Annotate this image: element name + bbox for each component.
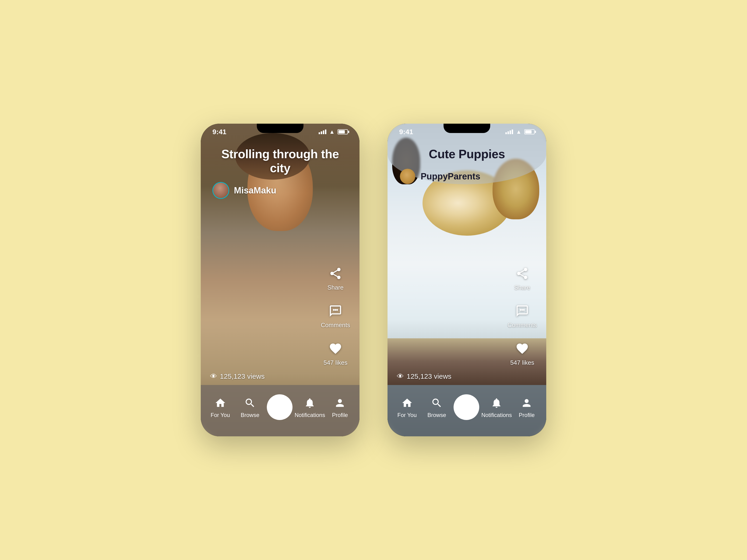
phone2-time: 9:41 [399,128,413,136]
phone2-likes-button[interactable]: 547 likes [510,341,534,366]
phone2-avatar-container[interactable] [399,168,416,185]
phone1-view-count: 👁 125,123 views [210,372,350,380]
camera-button[interactable] [267,394,292,420]
phone2-notch [443,124,490,133]
home-icon [213,396,227,410]
search-icon [243,396,257,410]
phone2-comments-button[interactable]: Comments [508,303,537,329]
phone1-time: 9:41 [212,128,227,136]
phone2-share-icon [514,265,531,282]
phone2-action-buttons: Share Comments [508,265,537,366]
phone2-share-label: Share [514,284,530,291]
phone2-heart-icon [514,341,531,357]
phone1-username: MisaMaku [234,186,276,195]
phone2-video-info: Cute Puppies PuppyParents [387,147,546,185]
phone2-profile-label: Profile [519,412,535,418]
svg-point-1 [335,309,336,311]
phone1-share-button[interactable]: Share [327,265,344,291]
phone2-profile-icon [520,396,534,410]
phone1-video-title: Strolling through the city [210,147,350,175]
phone1-status-icons: ▲ [319,129,348,135]
phone1-views-text: 125,123 views [220,372,265,380]
phone2-notifications-label: Notifications [481,412,512,418]
phone2-bottom-nav: For You Browse Notifications [387,385,546,436]
phone2-share-button[interactable]: Share [514,265,531,291]
heart-icon [327,341,344,357]
phone2-nav-camera[interactable] [452,394,481,420]
signal-icon [319,130,326,134]
phone1-nav-foryou[interactable]: For You [205,396,235,418]
phone1-foryou-label: For You [211,412,230,418]
phone1-action-buttons: Share Comments [321,265,350,366]
bell-icon [303,396,317,410]
phone2-nav-profile[interactable]: Profile [512,396,542,418]
phone1-nav-profile[interactable]: Profile [325,396,355,418]
phone1-video-info: Strolling through the city MisaMaku [201,147,360,199]
phone1-nav-camera[interactable] [265,394,294,420]
phone1-browse-label: Browse [241,412,259,418]
phone1-notch [257,124,304,133]
phone1-avatar-container[interactable] [212,182,229,199]
svg-point-3 [520,309,521,311]
phone2-nav-notifications[interactable]: Notifications [481,396,512,418]
phone2-home-icon [400,396,414,410]
phone2-eye-icon: 👁 [397,372,404,380]
phone1-notifications-label: Notifications [294,412,325,418]
phone-1: 9:41 ▲ Strolling through the city [201,124,360,436]
phone2-foryou-label: For You [397,412,417,418]
phone1-nav-notifications[interactable]: Notifications [294,396,325,418]
phone1-avatar [213,183,229,198]
svg-point-2 [336,309,338,311]
svg-point-0 [333,309,335,311]
profile-icon [333,396,347,410]
phone2-video-title: Cute Puppies [397,147,537,161]
phone2-comments-icon [514,303,531,319]
phone2-battery-icon [524,129,535,134]
phone2-signal-icon [506,130,513,134]
phone2-avatar [400,169,415,184]
share-icon [327,265,344,282]
phone1-comments-button[interactable]: Comments [321,303,350,329]
eye-icon: 👁 [210,372,217,380]
phone1-comments-label: Comments [321,322,350,329]
phone2-comments-label: Comments [508,322,537,329]
phone2-nav-foryou[interactable]: For You [392,396,422,418]
wifi-icon: ▲ [329,129,335,135]
phone1-share-label: Share [327,284,343,291]
battery-icon [338,129,348,134]
phone2-wifi-icon: ▲ [516,129,521,135]
phone2-status-icons: ▲ [506,129,535,135]
phone-1-screen: 9:41 ▲ Strolling through the city [201,124,360,436]
phone1-profile-label: Profile [332,412,348,418]
svg-point-5 [523,309,525,311]
phone2-bell-icon [490,396,504,410]
phone2-views-text: 125,123 views [407,372,452,380]
phone1-nav-browse[interactable]: Browse [235,396,265,418]
comments-icon [327,303,344,319]
phone2-likes-count: 547 likes [510,359,534,366]
phone1-likes-button[interactable]: 547 likes [324,341,347,366]
phone1-bottom-nav: For You Browse Notifications [201,385,360,436]
phone-2-screen: 9:41 ▲ Cute Puppies P [387,124,546,436]
phone2-browse-label: Browse [428,412,446,418]
svg-point-4 [521,309,523,311]
phone2-username: PuppyParents [421,171,481,182]
phone1-user-row[interactable]: MisaMaku [210,182,350,199]
phone-2: 9:41 ▲ Cute Puppies P [387,124,546,436]
phone1-likes-count: 547 likes [324,359,347,366]
phone2-user-row[interactable]: PuppyParents [397,168,537,185]
phone2-nav-browse[interactable]: Browse [422,396,452,418]
phone2-search-icon [430,396,444,410]
phone2-camera-button[interactable] [454,394,479,420]
phone2-view-count: 👁 125,123 views [397,372,537,380]
